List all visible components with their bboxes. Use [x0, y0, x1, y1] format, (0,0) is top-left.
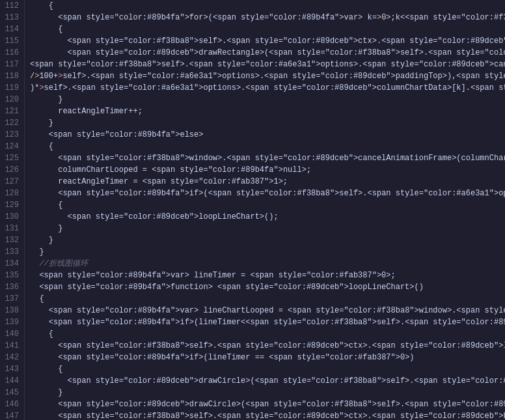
line-number: 133	[3, 246, 19, 258]
line-numbers: 1121131141151161171181191201211221231241…	[0, 0, 25, 420]
code-editor: 1121131141151161171181191201211221231241…	[0, 0, 505, 420]
code-line: <span style="color:#89b4fa">if>(lineTime…	[30, 316, 505, 328]
code-line: <span style="color:#89b4fa">if>(lineTime…	[30, 352, 505, 363]
code-line: <span style="color:#f38ba8">self>.<span …	[30, 340, 505, 352]
code-content[interactable]: { <span style="color:#89b4fa">for>(<span…	[25, 0, 505, 420]
code-line: {	[30, 23, 505, 35]
line-number: 146	[3, 399, 19, 410]
line-number: 142	[3, 352, 19, 363]
line-number: 123	[3, 129, 19, 141]
code-line: {	[30, 293, 505, 305]
line-number: 115	[3, 35, 19, 47]
code-line: }	[30, 94, 505, 105]
code-line: <span style="color:#89dceb">loopLineChar…	[30, 211, 505, 223]
line-number: 118	[3, 70, 19, 82]
line-number: 139	[3, 316, 19, 328]
line-number: 147	[3, 410, 19, 420]
code-line: reactAngleTimer = <span style="color:#fa…	[30, 176, 505, 188]
code-line: <span style="color:#f38ba8">self>.<span …	[30, 35, 505, 47]
line-number: 126	[3, 164, 19, 176]
code-line: <span style="color:#f38ba8">self>.<span …	[30, 410, 505, 420]
line-number: 144	[3, 375, 19, 387]
code-line: reactAngleTimer++;	[30, 105, 505, 117]
line-number: 112	[3, 0, 19, 12]
code-line: <span style="color:#89b4fa">for>(<span s…	[30, 12, 505, 23]
code-line: <span style="color:#f38ba8">self>.<span …	[30, 59, 505, 70]
line-number: 113	[3, 12, 19, 23]
code-line: //折线图循环	[30, 258, 505, 270]
line-number: 132	[3, 234, 19, 246]
line-number: 125	[3, 152, 19, 164]
line-number: 122	[3, 117, 19, 129]
line-number: 143	[3, 363, 19, 375]
code-line: {	[30, 141, 505, 152]
code-line: columnChartLooped = <span style="color:#…	[30, 164, 505, 176]
code-line: {	[30, 363, 505, 375]
line-number: 127	[3, 176, 19, 188]
line-number: 119	[3, 82, 19, 94]
code-line: <span style="color:#89b4fa">var> lineCha…	[30, 305, 505, 316]
line-number: 138	[3, 305, 19, 316]
line-number: 130	[3, 211, 19, 223]
code-line: <span style="color:#f38ba8">window>.<spa…	[30, 152, 505, 164]
line-number: 131	[3, 223, 19, 234]
code-line: }	[30, 246, 505, 258]
code-line: }	[30, 234, 505, 246]
code-line: <span style="color:#89b4fa">else>	[30, 129, 505, 141]
code-line: <span style="color:#89b4fa">function> <s…	[30, 281, 505, 293]
code-line: )*>self>.<span style="color:#a6e3a1">opt…	[30, 82, 505, 94]
line-number: 124	[3, 141, 19, 152]
line-number: 128	[3, 188, 19, 199]
line-number: 121	[3, 105, 19, 117]
line-number: 141	[3, 340, 19, 352]
line-number: 116	[3, 47, 19, 59]
code-line: <span style="color:#89dceb">drawRectangl…	[30, 47, 505, 59]
code-line: <span style="color:#89b4fa">var> lineTim…	[30, 270, 505, 281]
code-line: }	[30, 387, 505, 399]
line-number: 136	[3, 281, 19, 293]
line-number: 129	[3, 199, 19, 211]
line-number: 117	[3, 59, 19, 70]
code-line: <span style="color:#89dceb">drawCircle>(…	[30, 399, 505, 410]
line-number: 134	[3, 258, 19, 270]
line-number: 140	[3, 328, 19, 340]
code-line: {	[30, 328, 505, 340]
code-line: {	[30, 199, 505, 211]
line-number: 137	[3, 293, 19, 305]
line-number: 135	[3, 270, 19, 281]
code-line: }	[30, 223, 505, 234]
line-number: 145	[3, 387, 19, 399]
code-line: <span style="color:#89b4fa">if>(<span st…	[30, 188, 505, 199]
code-line: />100+>self>.<span style="color:#a6e3a1"…	[30, 70, 505, 82]
code-line: <span style="color:#89dceb">drawCircle>(…	[30, 375, 505, 387]
line-number: 114	[3, 23, 19, 35]
code-line: }	[30, 117, 505, 129]
line-number: 120	[3, 94, 19, 105]
code-line: {	[30, 0, 505, 12]
